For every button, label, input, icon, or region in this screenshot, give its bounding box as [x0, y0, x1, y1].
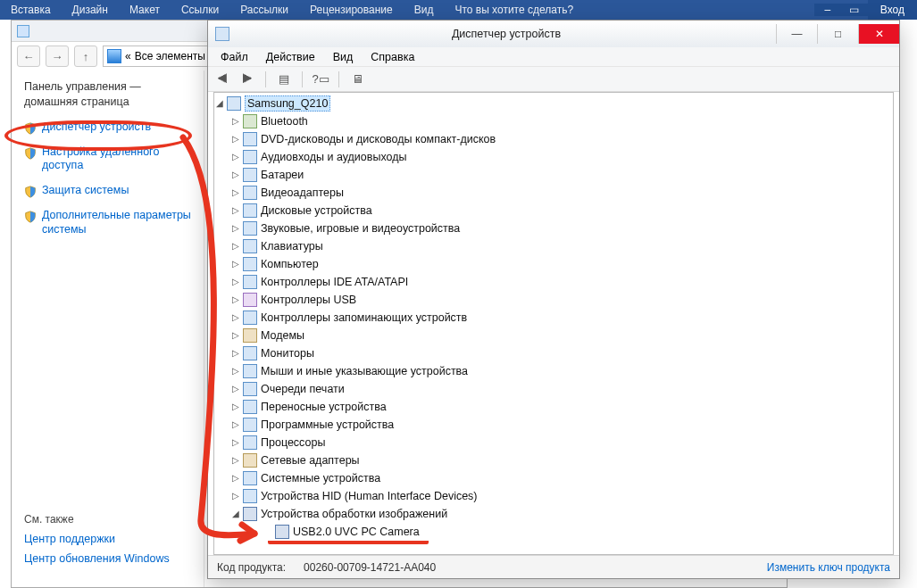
ribbon-search-hint[interactable]: Что вы хотите сделать? [444, 0, 584, 20]
toolbar-help-icon[interactable]: ?▭ [310, 70, 331, 89]
tree-category-imaging[interactable]: ◢ Устройства обработки изображений [230, 505, 893, 523]
tree-category[interactable]: ▷Сетевые адаптеры [230, 451, 893, 469]
tree-category[interactable]: ▷Видеоадаптеры [230, 184, 893, 202]
tree-category[interactable]: ▷Компьютер [230, 255, 893, 273]
expand-toggle-icon[interactable]: ▷ [230, 491, 241, 501]
toolbar-view-icon[interactable]: ▤ [273, 70, 295, 89]
category-label[interactable]: Дисковые устройства [261, 203, 372, 218]
tree-category[interactable]: ▷Системные устройства [230, 469, 893, 487]
tree-category[interactable]: ▷Устройства HID (Human Interface Devices… [230, 487, 893, 505]
link-device-manager[interactable]: Диспетчер устройств [24, 120, 191, 135]
category-label[interactable]: Батареи [261, 168, 304, 182]
close-button[interactable]: ✕ [858, 24, 899, 44]
up-button[interactable]: ↑ [74, 46, 97, 67]
expand-toggle-icon[interactable]: ▷ [230, 294, 241, 305]
tree-category[interactable]: ▷DVD-дисководы и дисководы компакт-диско… [230, 130, 893, 148]
toolbar-scan-icon[interactable]: 🖥 [346, 70, 368, 89]
expand-toggle-icon[interactable]: ▷ [230, 187, 241, 198]
device-tree[interactable]: ◢ Samsung_Q210 ▷Bluetooth▷DVD-дисководы … [213, 92, 894, 555]
category-label[interactable]: Контроллеры запоминающих устройств [261, 311, 467, 325]
tree-category[interactable]: ▷Мониторы [230, 344, 893, 362]
menu-file[interactable]: Файл [212, 49, 257, 65]
expand-toggle-icon[interactable]: ▷ [230, 277, 241, 287]
category-label[interactable]: Аудиовходы и аудиовыходы [261, 150, 406, 164]
tree-root[interactable]: ◢ Samsung_Q210 [214, 95, 893, 112]
ribbon-tab[interactable]: Рецензирование [299, 0, 404, 20]
ribbon-tab[interactable]: Макет [119, 0, 171, 20]
ribbon-tab[interactable]: Дизайн [62, 0, 119, 20]
expand-toggle-icon[interactable]: ▷ [230, 259, 241, 269]
category-label[interactable]: Контроллеры IDE ATA/ATAPI [261, 275, 408, 289]
category-label[interactable]: Процессоры [261, 435, 325, 450]
expand-toggle-icon[interactable]: ▷ [230, 348, 241, 359]
ribbon-tab[interactable]: Вставка [0, 0, 62, 20]
expand-toggle-icon[interactable]: ◢ [214, 98, 225, 109]
expand-toggle-icon[interactable]: ▷ [230, 205, 241, 216]
ribbon-tab[interactable]: Вид [404, 0, 445, 20]
category-label[interactable]: Видеоадаптеры [261, 186, 344, 200]
breadcrumb-text[interactable]: Все элементы [135, 50, 205, 62]
expand-toggle-icon[interactable]: ▷ [230, 384, 241, 394]
ribbon-max-button[interactable]: ▭ [841, 4, 868, 16]
minimize-button[interactable]: — [776, 24, 817, 44]
tree-category[interactable]: ▷Модемы [230, 327, 893, 344]
link-system-protection[interactable]: Защита системы [24, 184, 191, 198]
expand-toggle-icon[interactable]: ▷ [230, 419, 241, 430]
menu-view[interactable]: Вид [324, 49, 363, 65]
category-label[interactable]: Клавиатуры [261, 239, 323, 253]
toolbar-forward-icon[interactable]: ⯈ [237, 70, 258, 89]
expand-toggle-icon[interactable]: ▷ [230, 330, 241, 341]
tree-category[interactable]: ▷Клавиатуры [230, 237, 893, 255]
tree-category[interactable]: ▷Контроллеры IDE ATA/ATAPI [230, 273, 893, 291]
category-label[interactable]: Программные устройства [261, 418, 394, 432]
tree-category[interactable]: ▷Мыши и иные указывающие устройства [230, 362, 893, 380]
category-label[interactable]: Переносные устройства [261, 400, 387, 414]
back-button[interactable]: ← [17, 46, 40, 67]
expand-toggle-icon[interactable]: ▷ [230, 241, 241, 252]
category-label[interactable]: Мониторы [261, 346, 314, 360]
category-label[interactable]: Звуковые, игровые и видеоустройства [261, 221, 460, 236]
category-label[interactable]: Компьютер [261, 257, 319, 271]
expand-toggle-icon[interactable]: ▷ [230, 152, 241, 162]
link-windows-update[interactable]: Центр обновления Windows [24, 552, 191, 565]
ribbon-min-button[interactable]: – [814, 4, 841, 16]
root-label[interactable]: Samsung_Q210 [245, 95, 330, 112]
tree-category[interactable]: ▷Переносные устройства [230, 398, 893, 416]
signin-button[interactable]: Вход [868, 0, 917, 20]
tree-category[interactable]: ▷Программные устройства [230, 416, 893, 434]
tree-category[interactable]: ▷Дисковые устройства [230, 202, 893, 219]
forward-button[interactable]: → [46, 46, 69, 67]
category-label[interactable]: Контроллеры USB [261, 293, 356, 307]
expand-toggle-icon[interactable]: ▷ [230, 402, 241, 412]
expand-toggle-icon[interactable]: ◢ [230, 509, 241, 519]
category-label[interactable]: Сетевые адаптеры [261, 453, 360, 468]
tree-category[interactable]: ▷Батареи [230, 166, 893, 184]
category-label[interactable]: Устройства HID (Human Interface Devices) [261, 489, 478, 503]
expand-toggle-icon[interactable]: ▷ [230, 366, 241, 377]
ribbon-tab[interactable]: Ссылки [171, 0, 229, 20]
expand-toggle-icon[interactable]: ▷ [230, 437, 241, 448]
expand-toggle-icon[interactable]: ▷ [230, 312, 241, 323]
ribbon-tab[interactable]: Рассылки [229, 0, 299, 20]
tree-category[interactable]: ▷Bluetooth [230, 112, 893, 130]
expand-toggle-icon[interactable]: ▷ [230, 170, 241, 180]
maximize-button[interactable]: □ [817, 24, 858, 44]
expand-toggle-icon[interactable]: ▷ [230, 134, 241, 145]
category-label[interactable]: Модемы [261, 328, 304, 343]
tree-category[interactable]: ▷Очереди печати [230, 380, 893, 398]
link-remote-access[interactable]: Настройка удаленного доступа [24, 145, 191, 173]
category-label[interactable]: Очереди печати [261, 382, 345, 396]
expand-toggle-icon[interactable]: ▷ [230, 455, 241, 466]
tree-category[interactable]: ▷Контроллеры USB [230, 291, 893, 309]
change-key-link[interactable]: Изменить ключ продукта [767, 561, 890, 574]
expand-toggle-icon[interactable]: ▷ [230, 223, 241, 234]
tree-category[interactable]: ▷Аудиовходы и аудиовыходы [230, 148, 893, 166]
tree-category[interactable]: ▷Контроллеры запоминающих устройств [230, 309, 893, 327]
expand-toggle-icon[interactable]: ▷ [230, 116, 241, 127]
menu-action[interactable]: Действие [257, 49, 324, 65]
category-label[interactable]: Системные устройства [261, 471, 380, 485]
toolbar-back-icon[interactable]: ⯇ [212, 70, 233, 89]
expand-toggle-icon[interactable]: ▷ [230, 473, 241, 484]
link-advanced-system[interactable]: Дополнительные параметры системы [24, 209, 191, 236]
menu-help[interactable]: Справка [362, 49, 423, 65]
